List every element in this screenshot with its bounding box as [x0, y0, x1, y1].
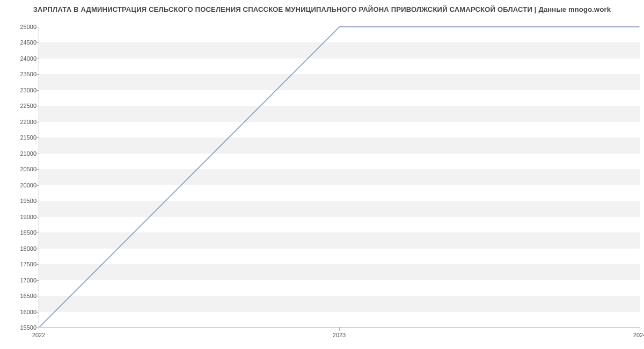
- y-axis-tick-mark: [36, 106, 39, 106]
- y-axis-tick-label: 25000: [4, 24, 36, 30]
- y-axis-tick-label: 18000: [4, 245, 36, 252]
- y-axis-tick-label: 21000: [4, 150, 36, 157]
- plot-area: [39, 27, 640, 328]
- y-axis-tick-label: 16000: [4, 309, 36, 315]
- y-axis-tick-mark: [36, 185, 39, 186]
- y-axis-tick-mark: [36, 27, 39, 27]
- y-axis-tick-label: 23500: [4, 71, 36, 77]
- y-axis-tick-mark: [36, 217, 39, 217]
- y-axis-tick-label: 19000: [4, 214, 36, 220]
- y-axis-tick-mark: [36, 280, 39, 281]
- y-axis-tick-mark: [36, 169, 39, 170]
- chart-title: ЗАРПЛАТА В АДМИНИСТРАЦИЯ СЕЛЬСКОГО ПОСЕЛ…: [0, 5, 644, 13]
- y-axis-tick-label: 20500: [4, 166, 36, 172]
- y-axis-tick-mark: [36, 232, 39, 233]
- y-axis-tick-label: 22500: [4, 103, 36, 109]
- x-axis-tick-label: 2024: [633, 332, 644, 338]
- y-axis-tick-label: 23000: [4, 87, 36, 93]
- y-axis-tick-mark: [36, 201, 39, 201]
- x-axis-tick-mark: [640, 328, 640, 331]
- y-axis-tick-mark: [36, 42, 39, 43]
- x-axis-tick-mark: [39, 328, 39, 331]
- y-axis-tick-mark: [36, 90, 39, 91]
- y-axis-tick-label: 21500: [4, 134, 36, 141]
- line-layer: [39, 27, 640, 327]
- y-axis-tick-label: 16500: [4, 293, 36, 299]
- y-axis-tick-mark: [36, 264, 39, 265]
- chart-container: ЗАРПЛАТА В АДМИНИСТРАЦИЯ СЕЛЬСКОГО ПОСЕЛ…: [0, 0, 644, 349]
- y-axis-tick-label: 15500: [4, 324, 36, 331]
- y-axis-tick-label: 17500: [4, 261, 36, 267]
- y-axis-tick-mark: [36, 249, 39, 249]
- y-axis-tick-label: 24500: [4, 39, 36, 46]
- y-axis-tick-label: 22000: [4, 119, 36, 125]
- y-axis-tick-mark: [36, 137, 39, 138]
- y-axis-tick-mark: [36, 59, 39, 59]
- y-axis-tick-label: 20000: [4, 182, 36, 188]
- y-axis-tick-label: 17000: [4, 277, 36, 283]
- x-axis-tick-label: 2023: [333, 332, 346, 338]
- x-axis-tick-label: 2022: [32, 332, 45, 338]
- x-axis-tick-mark: [339, 328, 340, 331]
- y-axis-tick-mark: [36, 312, 39, 312]
- y-axis-tick-label: 19500: [4, 198, 36, 204]
- series-line: [40, 27, 640, 327]
- y-axis-tick-mark: [36, 122, 39, 122]
- y-axis-tick-label: 24000: [4, 55, 36, 62]
- y-axis-tick-mark: [36, 74, 39, 75]
- y-axis-tick-mark: [36, 296, 39, 296]
- y-axis-tick-label: 18500: [4, 229, 36, 236]
- y-axis-tick-mark: [36, 154, 39, 154]
